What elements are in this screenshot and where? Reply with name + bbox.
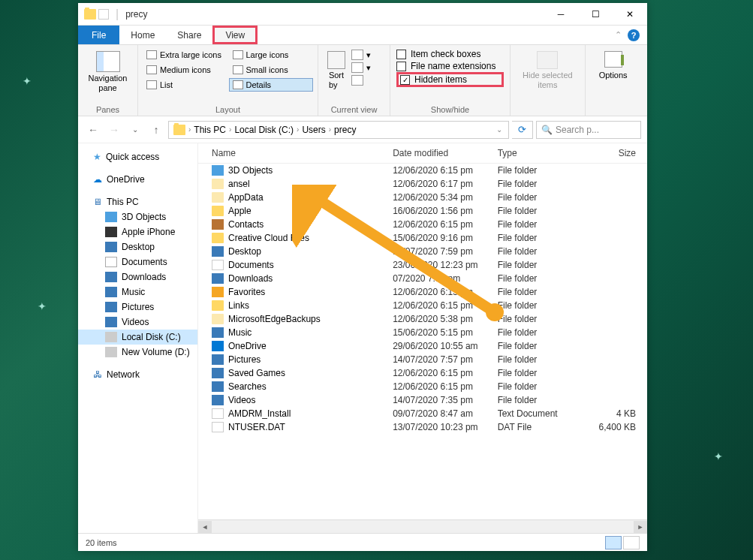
- sidebar-item-newvolume[interactable]: New Volume (D:): [78, 345, 197, 360]
- sidebar-onedrive[interactable]: ☁OneDrive: [78, 172, 197, 187]
- file-row[interactable]: Favorites12/06/2020 6:15 pmFile folder: [198, 285, 647, 299]
- search-input[interactable]: 🔍 Search p...: [536, 121, 641, 139]
- file-row[interactable]: Videos14/07/2020 7:35 pmFile folder: [198, 393, 647, 407]
- file-row[interactable]: NTUSER.DAT13/07/2020 10:23 pmDAT File6,4…: [198, 420, 647, 434]
- sidebar-item-downloads[interactable]: Downloads: [78, 269, 197, 285]
- group-by-button[interactable]: ▾: [351, 50, 371, 60]
- folder-icon: [212, 273, 224, 284]
- file-name: Documents: [228, 260, 274, 270]
- folder-icon: [212, 395, 224, 405]
- options-button[interactable]: Options: [592, 48, 635, 83]
- size-columns-button[interactable]: [351, 75, 371, 86]
- minimize-button[interactable]: ─: [544, 3, 578, 26]
- file-row[interactable]: Pictures14/07/2020 7:57 pmFile folder: [198, 353, 647, 366]
- maximize-button[interactable]: ☐: [578, 3, 613, 26]
- file-row[interactable]: Contacts12/06/2020 6:15 pmFile folder: [198, 218, 647, 231]
- file-type: File folder: [498, 192, 588, 203]
- sidebar-item-iphone[interactable]: Apple iPhone: [78, 224, 197, 239]
- folder-icon: [212, 341, 224, 351]
- medium-icons[interactable]: Medium icons: [143, 63, 227, 77]
- star-icon: ★: [93, 152, 101, 162]
- extra-large-icons[interactable]: Extra large icons: [143, 48, 227, 62]
- file-date: 12/06/2020 6:15 pm: [393, 300, 498, 311]
- sidebar-item-documents[interactable]: Documents: [78, 254, 197, 269]
- file-row[interactable]: Links12/06/2020 6:15 pmFile folder: [198, 299, 647, 312]
- file-date: 12/06/2020 6:15 pm: [393, 165, 498, 176]
- breadcrumb-thispc[interactable]: This PC: [191, 125, 229, 135]
- navigation-pane-button[interactable]: Navigation pane: [84, 48, 131, 96]
- thumbnail-view-button[interactable]: [623, 536, 640, 549]
- file-extensions[interactable]: File name extensions: [396, 60, 504, 72]
- breadcrumb-dropdown[interactable]: ⌄: [492, 125, 507, 134]
- sidebar-network[interactable]: 🖧Network: [78, 367, 197, 382]
- sidebar-item-music[interactable]: Music: [78, 285, 197, 300]
- large-icons[interactable]: Large icons: [229, 48, 314, 62]
- list-view[interactable]: List: [143, 78, 227, 92]
- file-row[interactable]: Downloads07/2020 7:57 pmFile folder: [198, 272, 647, 285]
- breadcrumb-users[interactable]: Users: [299, 125, 328, 135]
- file-row[interactable]: 3D Objects12/06/2020 6:15 pmFile folder: [198, 164, 647, 177]
- add-columns-button[interactable]: ▾: [351, 62, 371, 73]
- sidebar-item-videos[interactable]: Videos: [78, 315, 197, 330]
- file-menu[interactable]: File: [78, 26, 119, 44]
- file-row[interactable]: MicrosoftEdgeBackups12/06/2020 5:38 pmFi…: [198, 312, 647, 326]
- column-size[interactable]: Size: [587, 148, 647, 158]
- sidebar-quick-access[interactable]: ★Quick access: [78, 149, 197, 164]
- address-bar: ← → ⌄ ↑ › This PC› Local Disk (C:)› User…: [78, 116, 647, 143]
- column-date[interactable]: Date modified: [393, 148, 498, 158]
- file-date: 12/06/2020 6:17 pm: [393, 179, 498, 189]
- file-date: 12/06/2020 6:15 pm: [393, 381, 498, 392]
- sidebar-item-3d[interactable]: 3D Objects: [78, 209, 197, 224]
- file-row[interactable]: ansel12/06/2020 6:17 pmFile folder: [198, 177, 647, 191]
- sidebar-item-desktop[interactable]: Desktop: [78, 239, 197, 254]
- folder-icon: [212, 381, 224, 392]
- sort-icon: [327, 51, 345, 69]
- file-row[interactable]: Searches12/06/2020 6:15 pmFile folder: [198, 380, 647, 393]
- file-row[interactable]: Music15/06/2020 5:15 pmFile folder: [198, 326, 647, 339]
- file-type: File folder: [498, 165, 588, 176]
- chevron-up-icon[interactable]: ⌃: [615, 30, 622, 40]
- details-view-button[interactable]: [605, 536, 622, 549]
- file-icon: [212, 422, 224, 432]
- file-row[interactable]: Documents23/06/2020 12:23 pmFile folder: [198, 258, 647, 272]
- file-row[interactable]: Saved Games12/06/2020 6:15 pmFile folder: [198, 366, 647, 380]
- file-type: File folder: [498, 273, 588, 284]
- breadcrumb[interactable]: › This PC› Local Disk (C:)› Users› precy…: [168, 121, 509, 139]
- ribbon: Navigation pane Panes Extra large icons …: [78, 45, 647, 116]
- file-type: File folder: [498, 233, 588, 243]
- item-checkboxes[interactable]: Item check boxes: [396, 48, 504, 60]
- file-row[interactable]: AppData12/06/2020 5:34 pmFile folder: [198, 191, 647, 204]
- breadcrumb-precy[interactable]: precy: [331, 125, 359, 135]
- sidebar-thispc[interactable]: 🖥This PC: [78, 194, 197, 209]
- horizontal-scrollbar[interactable]: ◄►: [198, 519, 647, 533]
- sidebar-item-localdisk[interactable]: Local Disk (C:): [78, 330, 197, 345]
- column-name[interactable]: Name: [198, 148, 393, 158]
- file-row[interactable]: Apple16/06/2020 1:56 pmFile folder: [198, 204, 647, 218]
- home-tab[interactable]: Home: [119, 26, 166, 44]
- breadcrumb-disk[interactable]: Local Disk (C:): [231, 125, 297, 135]
- file-row[interactable]: OneDrive29/06/2020 10:55 amFile folder: [198, 339, 647, 353]
- folder-icon: [212, 246, 224, 257]
- file-type: File folder: [498, 300, 588, 311]
- details-view[interactable]: Details: [229, 78, 314, 92]
- file-row[interactable]: AMDRM_Install09/07/2020 8:47 amText Docu…: [198, 407, 647, 420]
- column-type[interactable]: Type: [498, 148, 588, 158]
- hide-selected-button[interactable]: Hide selected items: [517, 48, 579, 93]
- view-tab[interactable]: View: [212, 26, 258, 44]
- back-button[interactable]: ←: [84, 121, 102, 139]
- small-icons[interactable]: Small icons: [229, 63, 314, 77]
- forward-button[interactable]: →: [105, 121, 123, 139]
- network-icon: 🖧: [93, 369, 102, 380]
- file-row[interactable]: Creative Cloud Files15/06/2020 9:16 pmFi…: [198, 231, 647, 245]
- sort-by-button[interactable]: Sort by: [324, 48, 348, 113]
- file-row[interactable]: Desktop14/07/2020 7:59 pmFile folder: [198, 245, 647, 258]
- share-tab[interactable]: Share: [166, 26, 212, 44]
- hidden-items-checkbox[interactable]: ✓Hidden items: [396, 72, 504, 87]
- file-type: Text Document: [498, 408, 588, 419]
- recent-button[interactable]: ⌄: [126, 121, 144, 139]
- refresh-button[interactable]: ⟳: [512, 121, 533, 139]
- sidebar-item-pictures[interactable]: Pictures: [78, 300, 197, 315]
- up-button[interactable]: ↑: [147, 121, 165, 139]
- close-button[interactable]: ✕: [613, 3, 647, 26]
- help-icon[interactable]: ?: [628, 29, 640, 41]
